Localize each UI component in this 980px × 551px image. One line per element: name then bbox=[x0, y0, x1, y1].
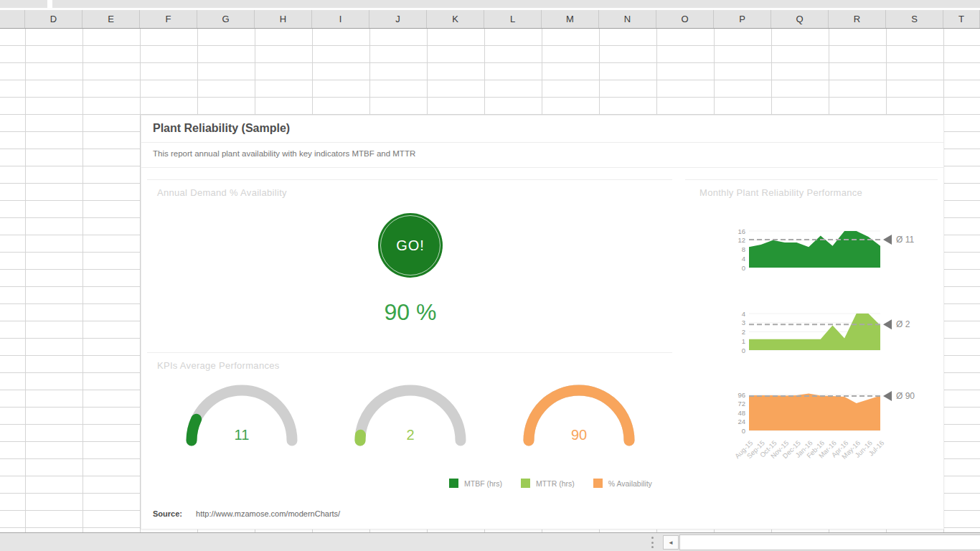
column-header-D[interactable]: D bbox=[25, 10, 83, 28]
column-headers: DEFGHIJKLMNOPQRST bbox=[0, 10, 980, 29]
column-header-L[interactable]: L bbox=[484, 10, 542, 28]
column-header-R[interactable]: R bbox=[829, 10, 886, 28]
legend-label: MTBF (hrs) bbox=[464, 479, 502, 488]
monthly-section-divider bbox=[685, 179, 938, 180]
svg-text:16: 16 bbox=[738, 227, 745, 235]
svg-text:1: 1 bbox=[742, 337, 745, 345]
kpi-section-divider bbox=[147, 352, 672, 353]
column-header-K[interactable]: K bbox=[427, 10, 484, 28]
availability-value: 90 % bbox=[339, 299, 482, 326]
sheet-bottom-bar: ◄ bbox=[0, 532, 980, 551]
column-header-I[interactable]: I bbox=[312, 10, 369, 28]
go-indicator-ring bbox=[380, 215, 440, 276]
legend-item: MTTR (hrs) bbox=[521, 479, 575, 488]
legend-swatch-icon bbox=[593, 479, 603, 488]
name-box-divider bbox=[47, 0, 52, 8]
dashboard-panel: Plant Reliability (Sample) This report a… bbox=[141, 115, 944, 529]
source-row: Source: http://www.mzamose.com/modernCha… bbox=[153, 509, 340, 518]
svg-text:Ø 90: Ø 90 bbox=[896, 391, 915, 401]
go-indicator[interactable]: GO! bbox=[378, 213, 443, 278]
column-header-E[interactable]: E bbox=[83, 10, 140, 28]
svg-text:12: 12 bbox=[738, 236, 745, 244]
subtitle-divider bbox=[141, 167, 943, 168]
legend-item: MTBF (hrs) bbox=[449, 479, 502, 488]
legend-label: MTTR (hrs) bbox=[536, 479, 575, 488]
gauge-value: 90 bbox=[543, 427, 615, 443]
column-header-P[interactable]: P bbox=[714, 10, 771, 28]
annual-section-title: Annual Demand % Availability bbox=[157, 187, 287, 198]
legend-swatch-icon bbox=[449, 479, 458, 488]
svg-text:0: 0 bbox=[742, 427, 745, 435]
column-header-partial[interactable] bbox=[0, 10, 25, 28]
svg-text:4: 4 bbox=[742, 255, 745, 263]
kpi-section-title: KPIs Average Performances bbox=[157, 360, 280, 371]
page-title: Plant Reliability (Sample) bbox=[153, 122, 290, 135]
svg-text:72: 72 bbox=[738, 400, 745, 408]
source-label: Source: bbox=[153, 509, 182, 518]
legend-item: % Availability bbox=[593, 479, 652, 488]
svg-text:0: 0 bbox=[742, 347, 745, 354]
column-header-Q[interactable]: Q bbox=[771, 10, 829, 28]
column-header-M[interactable]: M bbox=[542, 10, 599, 28]
column-header-F[interactable]: F bbox=[140, 10, 197, 28]
title-divider bbox=[141, 142, 943, 143]
svg-text:Ø 2: Ø 2 bbox=[896, 319, 910, 329]
svg-text:48: 48 bbox=[738, 409, 745, 417]
gauge-value: 2 bbox=[374, 427, 446, 443]
svg-text:24: 24 bbox=[738, 418, 745, 425]
column-header-N[interactable]: N bbox=[599, 10, 656, 28]
column-header-J[interactable]: J bbox=[369, 10, 427, 28]
formula-bar-bottom bbox=[0, 0, 980, 8]
monthly-area-charts: 0481216Ø 1101234Ø 2024487296Ø 90Aug-15Se… bbox=[708, 220, 945, 507]
gauge-value: 11 bbox=[206, 427, 278, 443]
page-subtitle: This report annual plant availability wi… bbox=[153, 149, 415, 158]
svg-text:8: 8 bbox=[742, 245, 745, 253]
column-header-S[interactable]: S bbox=[886, 10, 943, 28]
column-header-T[interactable]: T bbox=[943, 10, 980, 28]
column-header-O[interactable]: O bbox=[656, 10, 714, 28]
monthly-section-title: Monthly Plant Reliability Performance bbox=[699, 187, 862, 198]
legend-swatch-icon bbox=[521, 479, 530, 488]
svg-text:2: 2 bbox=[742, 328, 745, 336]
legend-label: % Availability bbox=[608, 479, 652, 488]
annual-section-divider bbox=[147, 179, 672, 180]
svg-text:0: 0 bbox=[742, 264, 745, 272]
column-header-G[interactable]: G bbox=[197, 10, 255, 28]
chart-legend: MTBF (hrs)MTTR (hrs)% Availability bbox=[449, 479, 652, 488]
scrollbar-left-button[interactable]: ◄ bbox=[663, 535, 679, 550]
scrollbar-resize-grip[interactable] bbox=[650, 537, 654, 548]
horizontal-scrollbar[interactable] bbox=[679, 534, 980, 550]
svg-text:3: 3 bbox=[742, 319, 745, 326]
source-url: http://www.mzamose.com/modernCharts/ bbox=[196, 509, 340, 518]
column-header-H[interactable]: H bbox=[255, 10, 312, 28]
svg-text:96: 96 bbox=[738, 391, 745, 399]
svg-text:4: 4 bbox=[742, 310, 745, 318]
svg-text:Ø 11: Ø 11 bbox=[896, 235, 914, 245]
